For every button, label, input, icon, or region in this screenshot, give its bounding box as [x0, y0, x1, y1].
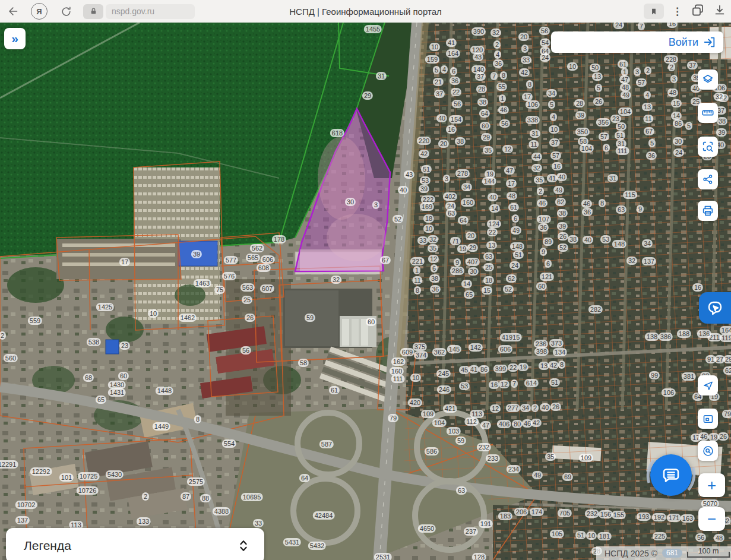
site-security-chip[interactable] [83, 4, 103, 19]
layers-icon [701, 73, 714, 86]
page-title: НСПД | Геоинформационный портал [289, 7, 441, 17]
identify-tool-button-active[interactable] [699, 292, 731, 324]
copyright-text: НСПД 2025 © [605, 549, 657, 558]
url-text: nspd.gov.ru [112, 7, 154, 16]
login-button[interactable]: Войти [551, 31, 723, 53]
area-search-icon [701, 140, 714, 153]
minimap-button[interactable] [698, 409, 718, 429]
minimap-icon [702, 413, 714, 425]
chevron-up-down-icon [237, 538, 250, 553]
chat-button[interactable] [650, 454, 692, 496]
attribution-bar: НСПД 2025 © 681 100 m [596, 546, 731, 560]
back-icon[interactable] [5, 4, 20, 19]
app-window: Я nspd.gov.ru НСПД | Геоинформационный п… [0, 0, 731, 560]
area-search-button[interactable] [698, 137, 718, 157]
browser-profile-icon[interactable]: Я [31, 3, 48, 20]
tabs-icon [691, 3, 705, 17]
layers-button[interactable] [698, 69, 718, 90]
lock-icon [90, 7, 97, 15]
object-count-badge: 681 [662, 549, 682, 558]
scale-label: 100 m [687, 547, 730, 555]
bookmark-icon [650, 7, 658, 16]
zoom-out-button[interactable]: − [698, 507, 725, 531]
satellite-imagery [0, 23, 731, 560]
login-label: Войти [669, 36, 698, 49]
reload-icon[interactable] [58, 4, 74, 19]
object-search-icon [702, 445, 714, 457]
bookmark-button[interactable] [644, 4, 664, 19]
locate-icon [702, 379, 714, 392]
tabs-button[interactable] [691, 3, 705, 20]
sidebar-expand-button[interactable]: » [4, 28, 26, 49]
print-button[interactable] [698, 201, 718, 221]
locate-button[interactable] [698, 375, 718, 396]
ruler-icon [701, 106, 714, 119]
login-icon [703, 36, 716, 49]
share-button[interactable] [698, 169, 718, 189]
ruler-button[interactable] [698, 103, 718, 123]
identify-icon [706, 299, 724, 317]
blue-roof-building [178, 241, 217, 266]
legend-select[interactable]: Легенда [6, 528, 264, 560]
address-bar[interactable]: nspd.gov.ru [106, 4, 195, 19]
share-icon [702, 173, 714, 185]
print-icon [701, 204, 714, 217]
zoom-in-button[interactable]: + [698, 473, 725, 497]
download-icon [713, 4, 726, 17]
map-canvas[interactable] [0, 23, 731, 560]
scale-bar: 100 m [687, 548, 730, 559]
chat-bubble-icon [659, 463, 683, 487]
object-search-button[interactable] [698, 441, 718, 461]
browser-toolbar: Я nspd.gov.ru НСПД | Геоинформационный п… [0, 0, 731, 23]
downloads-button[interactable] [713, 4, 726, 19]
browser-menu-button[interactable]: ⋮ [672, 5, 682, 18]
legend-label: Легенда [24, 539, 71, 553]
